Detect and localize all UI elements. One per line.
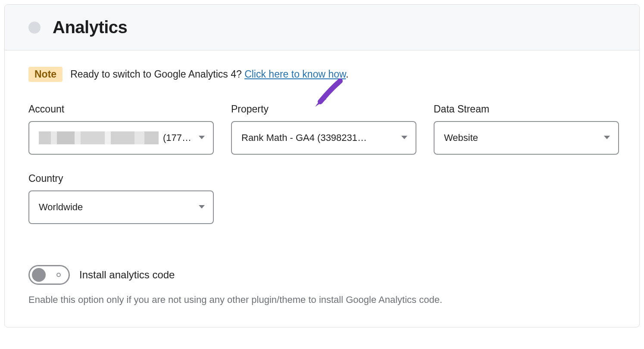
install-code-toggle-label: Install analytics code — [79, 269, 175, 281]
svg-marker-1 — [401, 136, 407, 139]
svg-marker-0 — [199, 136, 205, 139]
account-field: Account (177… — [28, 103, 214, 155]
country-select[interactable]: Worldwide — [28, 190, 214, 224]
data-stream-field: Data Stream Website — [434, 103, 619, 155]
install-code-help-text: Enable this option only if you are not u… — [28, 294, 616, 305]
panel-header: Analytics — [5, 5, 639, 50]
data-stream-select[interactable]: Website — [434, 121, 619, 155]
svg-marker-4 — [199, 205, 205, 209]
svg-marker-3 — [604, 136, 610, 139]
fields-row-2: Country Worldwide — [28, 173, 616, 224]
install-code-toggle[interactable] — [28, 265, 70, 285]
panel-body: Note Ready to switch to Google Analytics… — [5, 50, 639, 327]
chevron-down-icon — [198, 202, 205, 213]
country-label: Country — [28, 173, 214, 184]
note-badge: Note — [28, 67, 63, 82]
toggle-knob-icon — [32, 268, 46, 282]
data-stream-value: Website — [444, 132, 478, 143]
install-code-toggle-row: Install analytics code — [28, 265, 616, 285]
fields-row-1: Account (177… Property Rank Math - GA4 (… — [28, 103, 616, 155]
account-suffix: (177… — [163, 132, 191, 143]
note-text-after: . — [346, 69, 348, 80]
account-select[interactable]: (177… — [28, 121, 214, 155]
property-select[interactable]: Rank Math - GA4 (3398231… — [231, 121, 416, 155]
analytics-panel: Analytics Note Ready to switch to Google… — [4, 4, 640, 327]
panel-title: Analytics — [53, 18, 127, 37]
note-row: Note Ready to switch to Google Analytics… — [28, 67, 616, 82]
account-label: Account — [28, 103, 214, 115]
property-label: Property — [231, 103, 416, 115]
ga4-info-link[interactable]: Click here to know how — [244, 69, 346, 80]
note-text: Ready to switch to Google Analytics 4? C… — [70, 69, 349, 80]
account-redacted-value: (177… — [39, 131, 191, 144]
country-value: Worldwide — [39, 202, 83, 213]
chevron-down-icon — [198, 132, 205, 143]
data-stream-label: Data Stream — [434, 103, 619, 115]
toggle-off-indicator-icon — [56, 273, 61, 277]
chevron-down-icon — [401, 132, 408, 143]
note-text-before: Ready to switch to Google Analytics 4? — [70, 69, 244, 80]
property-field: Property Rank Math - GA4 (3398231… — [231, 103, 416, 155]
status-dot-icon — [28, 22, 41, 34]
redacted-block-icon — [39, 131, 159, 144]
chevron-down-icon — [603, 132, 610, 143]
country-field: Country Worldwide — [28, 173, 214, 224]
property-value: Rank Math - GA4 (3398231… — [241, 132, 367, 143]
